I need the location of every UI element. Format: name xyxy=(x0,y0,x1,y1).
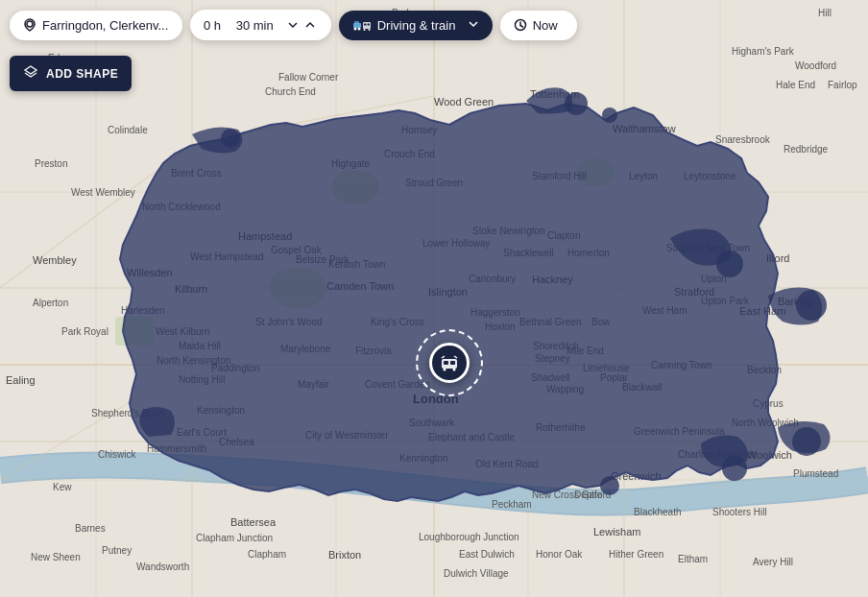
svg-point-37 xyxy=(27,21,33,27)
svg-marker-50 xyxy=(25,66,36,74)
layers-icon xyxy=(23,64,38,83)
center-marker xyxy=(429,343,470,383)
svg-rect-39 xyxy=(354,21,359,24)
svg-point-41 xyxy=(357,28,360,31)
location-text: Farringdon, Clerkenv... xyxy=(42,18,168,33)
time-minutes: 30 min xyxy=(236,18,274,33)
svg-rect-44 xyxy=(367,24,370,26)
now-button[interactable]: Now xyxy=(500,11,577,40)
transport-label: Driving & train xyxy=(377,18,456,33)
svg-rect-42 xyxy=(363,22,371,29)
top-bar: Farringdon, Clerkenv... 0 h 30 min xyxy=(10,10,858,40)
add-shape-button[interactable]: ADD SHAPE xyxy=(10,56,132,91)
transport-button[interactable]: Driving & train xyxy=(339,11,493,40)
location-icon xyxy=(23,18,36,32)
time-arrows xyxy=(285,17,318,33)
time-button[interactable]: 0 h 30 min xyxy=(190,10,331,40)
now-label: Now xyxy=(533,18,558,33)
svg-point-1 xyxy=(331,170,379,204)
map-background xyxy=(0,0,868,597)
svg-rect-2 xyxy=(115,317,154,346)
svg-point-4 xyxy=(576,158,615,187)
location-button[interactable]: Farringdon, Clerkenv... xyxy=(10,11,182,40)
svg-line-49 xyxy=(520,26,523,28)
svg-point-45 xyxy=(363,29,365,31)
transport-dropdown-icon xyxy=(468,18,479,33)
svg-point-46 xyxy=(368,29,370,31)
add-shape-label: ADD SHAPE xyxy=(46,67,118,81)
transport-icon xyxy=(352,18,372,32)
time-hours: 0 h xyxy=(204,18,221,33)
svg-point-40 xyxy=(353,28,356,31)
clock-icon xyxy=(514,18,527,32)
svg-rect-43 xyxy=(364,24,367,26)
map-container[interactable]: Park Hill Edgware Higham's Park Woodford… xyxy=(0,0,868,597)
